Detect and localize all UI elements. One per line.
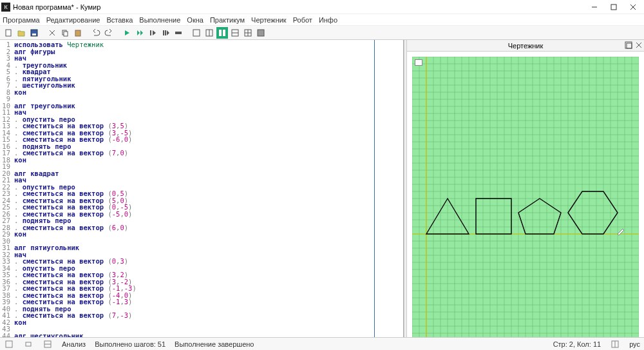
save-button[interactable]	[28, 27, 40, 39]
svg-rect-113	[26, 342, 31, 346]
svg-rect-26	[258, 30, 264, 36]
canvas-title-label: Чертежник	[508, 42, 544, 50]
open-file-button[interactable]	[15, 27, 27, 39]
status-steps: Выполнено шагов: 51	[95, 340, 166, 348]
svg-rect-11	[75, 30, 80, 36]
window-layout-2-button[interactable]	[204, 27, 215, 39]
canvas-pane: Чертежник	[407, 40, 644, 337]
line-gutter: 1 2 3 4 5 6 7 8 9 10 11 12 13 14 15 16 1…	[0, 40, 12, 337]
svg-rect-6	[32, 34, 36, 35]
run-fast-button[interactable]	[134, 27, 146, 39]
svg-rect-19	[219, 30, 222, 36]
dock-icon[interactable]	[625, 41, 632, 50]
menu-windows[interactable]: Окна	[187, 16, 204, 24]
run-button[interactable]	[121, 27, 133, 39]
status-icon-2[interactable]	[23, 339, 33, 349]
drawing-svg	[412, 57, 639, 337]
step-into-button[interactable]	[160, 27, 171, 39]
maximize-button[interactable]	[604, 1, 623, 14]
code-editor[interactable]: 1 2 3 4 5 6 7 8 9 10 11 12 13 14 15 16 1…	[0, 40, 403, 337]
window-layout-1-button[interactable]	[191, 27, 202, 39]
statusbar: Анализ Выполнено шагов: 51 Выполнение за…	[0, 337, 644, 350]
svg-rect-20	[223, 30, 225, 36]
new-file-button[interactable]	[3, 27, 14, 39]
redo-button[interactable]	[103, 27, 115, 39]
titlebar: К Новая программа* - Кумир	[0, 0, 644, 14]
copy-button[interactable]	[59, 27, 71, 39]
window-layout-green-button[interactable]	[216, 27, 228, 39]
minimize-button[interactable]	[585, 1, 604, 14]
window-title: Новая программа* - Кумир	[13, 3, 585, 11]
svg-rect-16	[193, 30, 200, 36]
canvas-home-icon[interactable]	[415, 59, 422, 66]
menubar: Программа Редактирование Вставка Выполне…	[0, 14, 644, 26]
code-text[interactable]: использовать Чертежникалг фигурынач. тре…	[12, 40, 403, 337]
svg-rect-10	[64, 32, 68, 36]
paste-button[interactable]	[72, 27, 84, 39]
status-analysis: Анализ	[62, 340, 86, 348]
status-icon-3[interactable]	[43, 339, 53, 349]
menu-program[interactable]: Программа	[3, 16, 40, 24]
step-over-button[interactable]	[147, 27, 158, 39]
workarea: 1 2 3 4 5 6 7 8 9 10 11 12 13 14 15 16 1…	[0, 40, 644, 337]
close-button[interactable]	[623, 1, 643, 14]
svg-rect-112	[6, 341, 12, 347]
svg-rect-28	[627, 43, 632, 48]
svg-rect-4	[6, 30, 11, 36]
layout-4-button[interactable]	[242, 27, 254, 39]
status-exec: Выполнение завершено	[175, 340, 254, 348]
svg-rect-12	[150, 30, 151, 35]
close-panel-icon[interactable]	[635, 41, 643, 50]
layout-5-button[interactable]	[255, 27, 267, 39]
menu-edit[interactable]: Редактирование	[46, 16, 100, 24]
cut-button[interactable]	[46, 27, 58, 39]
status-cursor-pos: Стр: 2, Кол: 11	[553, 340, 601, 348]
status-icon-1[interactable]	[4, 339, 14, 349]
status-split-icon[interactable]	[610, 339, 620, 349]
svg-rect-13	[163, 30, 164, 35]
svg-rect-14	[165, 30, 166, 35]
canvas-titlebar: Чертежник	[407, 40, 644, 52]
menu-insert[interactable]: Вставка	[106, 16, 133, 24]
toolbar	[0, 26, 644, 40]
status-lang[interactable]: рус	[629, 340, 640, 348]
app-icon: К	[1, 3, 10, 12]
undo-button[interactable]	[90, 27, 102, 39]
menu-info[interactable]: Инфо	[319, 16, 337, 24]
svg-rect-15	[175, 32, 182, 34]
svg-rect-1	[611, 5, 616, 10]
drawing-canvas[interactable]	[407, 52, 644, 337]
menu-practicum[interactable]: Практикум	[210, 16, 245, 24]
layout-3-button[interactable]	[229, 27, 241, 39]
editor-pane: 1 2 3 4 5 6 7 8 9 10 11 12 13 14 15 16 1…	[0, 40, 404, 337]
menu-robot[interactable]: Робот	[293, 16, 312, 24]
stop-button[interactable]	[173, 27, 184, 39]
menu-drafter[interactable]: Чертежник	[251, 16, 287, 24]
print-margin	[374, 40, 375, 337]
menu-run[interactable]: Выполнение	[139, 16, 180, 24]
